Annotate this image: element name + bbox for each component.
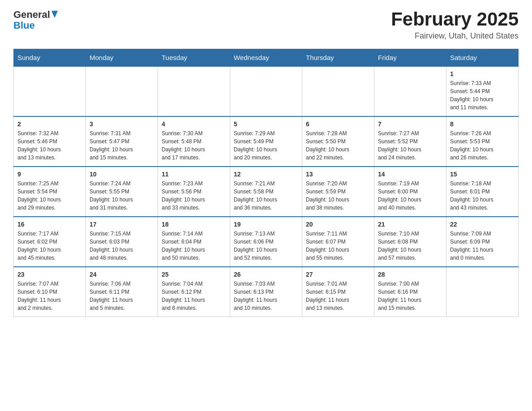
calendar-table: Sunday Monday Tuesday Wednesday Thursday… [13,49,519,317]
day-number: 11 [162,171,226,178]
calendar-cell: 25Sunrise: 7:04 AMSunset: 6:12 PMDayligh… [158,267,230,317]
col-saturday: Saturday [446,49,519,67]
svg-marker-0 [51,11,58,18]
day-number: 20 [306,221,370,228]
calendar-cell [302,66,374,116]
calendar-cell [86,66,158,116]
day-number: 13 [306,171,370,178]
calendar-cell: 20Sunrise: 7:11 AMSunset: 6:07 PMDayligh… [302,217,374,267]
day-number: 16 [17,221,82,228]
calendar-cell [446,267,519,317]
calendar-week-row: 9Sunrise: 7:25 AMSunset: 5:54 PMDaylight… [14,167,519,217]
day-number: 15 [450,171,515,178]
calendar-cell: 27Sunrise: 7:01 AMSunset: 6:15 PMDayligh… [302,267,374,317]
day-number: 19 [234,221,298,228]
day-info: Sunrise: 7:19 AMSunset: 6:00 PMDaylight:… [378,180,442,212]
day-info: Sunrise: 7:23 AMSunset: 5:56 PMDaylight:… [162,180,226,212]
calendar-cell: 5Sunrise: 7:29 AMSunset: 5:49 PMDaylight… [230,116,302,167]
col-friday: Friday [374,49,446,67]
calendar-cell: 10Sunrise: 7:24 AMSunset: 5:55 PMDayligh… [86,167,158,217]
day-number: 18 [162,221,226,228]
calendar-week-row: 23Sunrise: 7:07 AMSunset: 6:10 PMDayligh… [14,267,519,317]
col-monday: Monday [86,49,158,67]
day-number: 5 [234,120,298,128]
calendar-cell: 6Sunrise: 7:28 AMSunset: 5:50 PMDaylight… [302,116,374,167]
day-info: Sunrise: 7:32 AMSunset: 5:46 PMDaylight:… [17,129,82,162]
day-info: Sunrise: 7:20 AMSunset: 5:59 PMDaylight:… [306,180,370,212]
calendar-cell: 24Sunrise: 7:06 AMSunset: 6:11 PMDayligh… [86,267,158,317]
month-title: February 2025 [391,9,519,30]
day-info: Sunrise: 7:01 AMSunset: 6:15 PMDaylight:… [306,280,370,312]
calendar-cell [374,66,446,116]
day-info: Sunrise: 7:30 AMSunset: 5:48 PMDaylight:… [162,129,226,162]
day-number: 7 [378,120,442,128]
calendar-cell: 2Sunrise: 7:32 AMSunset: 5:46 PMDaylight… [14,116,86,167]
calendar-cell: 3Sunrise: 7:31 AMSunset: 5:47 PMDaylight… [86,116,158,167]
day-number: 28 [378,271,442,278]
day-number: 23 [17,271,82,278]
day-info: Sunrise: 7:21 AMSunset: 5:58 PMDaylight:… [234,180,298,212]
calendar-cell [158,66,230,116]
calendar-cell: 23Sunrise: 7:07 AMSunset: 6:10 PMDayligh… [14,267,86,317]
day-number: 2 [17,120,82,128]
calendar-cell: 19Sunrise: 7:13 AMSunset: 6:06 PMDayligh… [230,217,302,267]
col-wednesday: Wednesday [230,49,302,67]
day-number: 9 [17,171,82,178]
day-number: 14 [378,171,442,178]
day-number: 4 [162,120,226,128]
calendar-header-row: Sunday Monday Tuesday Wednesday Thursday… [14,49,519,67]
calendar-cell: 22Sunrise: 7:09 AMSunset: 6:09 PMDayligh… [446,217,519,267]
day-info: Sunrise: 7:26 AMSunset: 5:53 PMDaylight:… [450,129,515,162]
day-number: 12 [234,171,298,178]
day-info: Sunrise: 7:31 AMSunset: 5:47 PMDaylight:… [90,129,154,162]
calendar-week-row: 1Sunrise: 7:33 AMSunset: 5:44 PMDaylight… [14,66,519,116]
page-header: General Blue February 2025 Fairview, Uta… [13,9,519,41]
day-number: 24 [90,271,154,278]
calendar-week-row: 2Sunrise: 7:32 AMSunset: 5:46 PMDaylight… [14,116,519,167]
day-info: Sunrise: 7:17 AMSunset: 6:02 PMDaylight:… [17,230,82,262]
day-number: 26 [234,271,298,278]
day-info: Sunrise: 7:11 AMSunset: 6:07 PMDaylight:… [306,230,370,262]
day-info: Sunrise: 7:09 AMSunset: 6:09 PMDaylight:… [450,230,515,262]
calendar-cell: 8Sunrise: 7:26 AMSunset: 5:53 PMDaylight… [446,116,519,167]
day-info: Sunrise: 7:24 AMSunset: 5:55 PMDaylight:… [90,180,154,212]
calendar-week-row: 16Sunrise: 7:17 AMSunset: 6:02 PMDayligh… [14,217,519,267]
calendar-cell: 21Sunrise: 7:10 AMSunset: 6:08 PMDayligh… [374,217,446,267]
day-info: Sunrise: 7:33 AMSunset: 5:44 PMDaylight:… [450,79,515,111]
day-number: 6 [306,120,370,128]
col-tuesday: Tuesday [158,49,230,67]
day-info: Sunrise: 7:04 AMSunset: 6:12 PMDaylight:… [162,280,226,312]
day-info: Sunrise: 7:13 AMSunset: 6:06 PMDaylight:… [234,230,298,262]
calendar-cell: 13Sunrise: 7:20 AMSunset: 5:59 PMDayligh… [302,167,374,217]
logo: General Blue [13,9,58,31]
calendar-cell: 12Sunrise: 7:21 AMSunset: 5:58 PMDayligh… [230,167,302,217]
day-info: Sunrise: 7:00 AMSunset: 6:16 PMDaylight:… [378,280,442,312]
day-info: Sunrise: 7:14 AMSunset: 6:04 PMDaylight:… [162,230,226,262]
logo-triangle-icon [51,9,58,21]
calendar-cell: 28Sunrise: 7:00 AMSunset: 6:16 PMDayligh… [374,267,446,317]
day-number: 21 [378,221,442,228]
day-number: 27 [306,271,370,278]
calendar-cell: 4Sunrise: 7:30 AMSunset: 5:48 PMDaylight… [158,116,230,167]
day-number: 10 [90,171,154,178]
calendar-cell [230,66,302,116]
day-info: Sunrise: 7:25 AMSunset: 5:54 PMDaylight:… [17,180,82,212]
calendar-cell: 14Sunrise: 7:19 AMSunset: 6:00 PMDayligh… [374,167,446,217]
day-info: Sunrise: 7:29 AMSunset: 5:49 PMDaylight:… [234,129,298,162]
calendar-cell: 7Sunrise: 7:27 AMSunset: 5:52 PMDaylight… [374,116,446,167]
day-info: Sunrise: 7:18 AMSunset: 6:01 PMDaylight:… [450,180,515,212]
day-number: 3 [90,120,154,128]
day-number: 25 [162,271,226,278]
calendar-cell: 11Sunrise: 7:23 AMSunset: 5:56 PMDayligh… [158,167,230,217]
title-section: February 2025 Fairview, Utah, United Sta… [391,9,519,41]
calendar-cell: 1Sunrise: 7:33 AMSunset: 5:44 PMDaylight… [446,66,519,116]
col-thursday: Thursday [302,49,374,67]
day-info: Sunrise: 7:03 AMSunset: 6:13 PMDaylight:… [234,280,298,312]
logo-general: General [13,9,58,21]
day-number: 17 [90,221,154,228]
day-info: Sunrise: 7:27 AMSunset: 5:52 PMDaylight:… [378,129,442,162]
day-number: 1 [450,70,515,77]
calendar-cell: 16Sunrise: 7:17 AMSunset: 6:02 PMDayligh… [14,217,86,267]
calendar-cell: 17Sunrise: 7:15 AMSunset: 6:03 PMDayligh… [86,217,158,267]
day-number: 22 [450,221,515,228]
